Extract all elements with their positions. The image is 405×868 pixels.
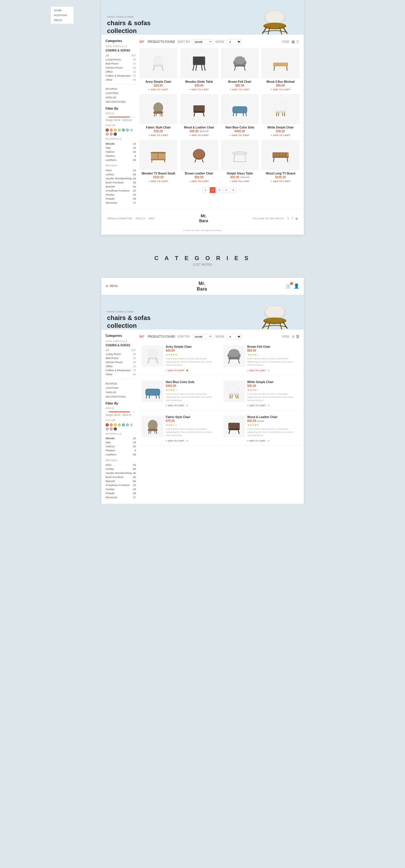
sidebar-cat-bed-room[interactable]: Bed Room32 xyxy=(105,356,136,360)
material-fabrics[interactable]: Fabrics20 xyxy=(105,150,136,154)
color-swatch-pink[interactable] xyxy=(110,427,113,431)
wishlist-icon[interactable]: ♥ xyxy=(268,368,270,373)
brand-vauder-woodworking[interactable]: Vauder Woodworking46 xyxy=(105,471,136,475)
sidebar-link-lighting[interactable]: LIGHTING xyxy=(105,91,136,95)
color-swatch-green-light[interactable] xyxy=(118,423,121,427)
color-swatch-blue-light[interactable] xyxy=(130,423,133,427)
material-plastics[interactable]: Plastics8 xyxy=(105,154,136,158)
list-add-to-cart-button[interactable]: + ADD TO CART xyxy=(166,439,184,442)
color-swatch-blue-light[interactable] xyxy=(130,128,133,132)
sidebar-link-shelve[interactable]: SHELVE xyxy=(105,390,136,394)
list-add-to-cart-button[interactable]: + ADD TO CART xyxy=(247,439,266,442)
wishlist-icon[interactable]: ♥ xyxy=(186,403,188,408)
material-italy[interactable]: Italy18 xyxy=(105,146,136,150)
material-italy[interactable]: Italy18 xyxy=(105,440,136,444)
brand-o'sullivan-furniture[interactable]: O'Sullivan Furniture32 xyxy=(105,188,136,192)
brand-o'sullivan-furniture[interactable]: O'Sullivan Furniture32 xyxy=(105,483,136,487)
wishlist-icon[interactable]: ♥ xyxy=(186,439,188,443)
brand-winsome[interactable]: Winsome17 xyxy=(105,200,136,205)
brand-bush-furniture[interactable]: Bush Furniture46 xyxy=(105,180,136,184)
color-swatch-green-light[interactable] xyxy=(118,128,121,132)
add-to-cart-button[interactable]: + ADD TO CART xyxy=(230,134,250,136)
color-swatch-yellow[interactable] xyxy=(114,128,117,132)
sidebar-cat-kitchen-room[interactable]: Kitchen Room30 xyxy=(105,360,136,364)
sidebar-link-shelve[interactable]: SHELVE xyxy=(105,95,136,99)
user-icon[interactable]: 👤 xyxy=(293,283,300,289)
show-select-2[interactable]: 4 8 12 xyxy=(226,334,242,339)
sidebar-link-decorations[interactable]: DECORATIONS xyxy=(105,394,136,399)
sidebar-cat-coffee-&-restaurant[interactable]: Coffee & Restaurant72 xyxy=(105,73,136,78)
sidebar-cat-office[interactable]: Office12 xyxy=(105,69,136,73)
sidebar-link-decorations[interactable]: DECORATIONS xyxy=(105,99,136,104)
list-view-icon-2[interactable]: ☰ xyxy=(296,335,300,339)
sidebar-link-lighting[interactable]: LIGHTING xyxy=(105,386,136,390)
show-select[interactable]: 4 8 12 xyxy=(226,39,242,44)
cat-all[interactable]: All 507 xyxy=(105,53,136,57)
add-to-cart-button[interactable]: + ADD TO CART xyxy=(189,134,209,136)
sort-name-option[interactable]: NAME xyxy=(51,8,73,13)
wishlist-icon[interactable]: ♥ xyxy=(186,368,188,373)
color-swatch-gray[interactable] xyxy=(105,427,109,431)
menu-button[interactable]: ☰ MENU xyxy=(105,284,118,288)
color-swatch-teal[interactable] xyxy=(122,128,125,132)
cart-icon-wrapper[interactable]: 🛒 3 xyxy=(285,283,291,289)
add-to-cart-button[interactable]: + ADD TO CART xyxy=(271,134,290,136)
sidebar-link-boards[interactable]: BOARDS xyxy=(105,87,136,91)
sort-select-2[interactable]: NAME POSITION PRICE xyxy=(193,334,213,339)
sidebar-cat-bed-room[interactable]: Bed Room32 xyxy=(105,61,136,65)
color-swatch-gray[interactable] xyxy=(105,132,109,136)
brand-vauder-woodworking[interactable]: Vauder Woodworking46 xyxy=(105,176,136,180)
site-logo[interactable]: Mr.Bara xyxy=(197,281,207,292)
add-to-cart-button[interactable]: + ADD TO CART xyxy=(189,88,209,91)
brand-hooker[interactable]: Hooker43 xyxy=(105,192,136,196)
grid-view-icon[interactable]: ⊞ xyxy=(291,40,295,44)
footer-terms[interactable]: TERM & CONDITION xyxy=(107,217,132,220)
color-swatch-orange-light[interactable] xyxy=(110,423,113,427)
brand-ikea[interactable]: IKEA54 xyxy=(105,168,136,172)
color-swatch-pink[interactable] xyxy=(110,132,113,136)
color-swatch-teal[interactable] xyxy=(122,423,125,427)
add-to-cart-button[interactable]: + ADD TO CART xyxy=(271,180,290,183)
page-2-btn[interactable]: 2 xyxy=(210,187,216,193)
brand-ashley[interactable]: Ashley68 xyxy=(105,172,136,176)
brand-pulaski[interactable]: Pulaski39 xyxy=(105,491,136,495)
twitter-icon[interactable]: 𝕏 xyxy=(287,216,289,220)
sort-position-option[interactable]: POSITION xyxy=(51,13,73,18)
sort-price-option[interactable]: PRICE xyxy=(51,18,73,23)
brand-ashley[interactable]: Ashley68 xyxy=(105,467,136,471)
page-5-btn[interactable]: 5 xyxy=(230,187,236,193)
wishlist-icon[interactable]: ♥ xyxy=(268,403,270,408)
material-leathers[interactable]: Leathers68 xyxy=(105,453,136,457)
brand-hooker[interactable]: Hooker43 xyxy=(105,487,136,491)
add-to-cart-button[interactable]: + ADD TO CART xyxy=(148,180,168,183)
color-swatch-dark[interactable] xyxy=(114,132,117,136)
sidebar-cat-other[interactable]: Other95 xyxy=(105,78,136,82)
sidebar-cat-living-room[interactable]: Living Room66 xyxy=(105,352,136,356)
material-woods[interactable]: Woods24 xyxy=(105,436,136,440)
list-add-to-cart-button[interactable]: + ADD TO CART xyxy=(247,404,266,407)
list-view-icon[interactable]: ☰ xyxy=(296,40,300,44)
material-leathers[interactable]: Leathers68 xyxy=(105,158,136,162)
footer-map[interactable]: MAP xyxy=(149,217,154,220)
add-to-cart-button[interactable]: + ADD TO CART xyxy=(189,180,209,183)
sidebar-cat-office[interactable]: Office12 xyxy=(105,364,136,368)
sidebar-cat-other[interactable]: Other95 xyxy=(105,372,136,376)
add-to-cart-button[interactable]: + ADD TO CART xyxy=(271,88,290,91)
brand-bassett[interactable]: Bassett60 xyxy=(105,184,136,188)
color-swatch-blue[interactable] xyxy=(126,423,129,427)
material-woods[interactable]: Woods24 xyxy=(105,142,136,146)
sidebar-cat-coffee-&-restaurant[interactable]: Coffee & Restaurant72 xyxy=(105,368,136,372)
price-range-bar[interactable] xyxy=(105,117,136,118)
list-add-to-cart-button[interactable]: + ADD TO CART xyxy=(166,404,184,407)
add-to-cart-button[interactable]: + ADD TO CART xyxy=(148,134,168,136)
list-add-to-cart-button[interactable]: + ADD TO CART xyxy=(247,369,266,372)
material-plastics[interactable]: Plastics8 xyxy=(105,448,136,453)
price-range-bar-2[interactable] xyxy=(105,411,136,412)
add-to-cart-button[interactable]: + ADD TO CART xyxy=(230,180,250,183)
color-swatch-yellow[interactable] xyxy=(114,423,117,427)
color-swatch-orange[interactable] xyxy=(105,423,109,427)
brand-ikea[interactable]: IKEA54 xyxy=(105,463,136,467)
brand-pulaski[interactable]: Pulaski39 xyxy=(105,196,136,200)
sidebar-link-boards[interactable]: BOARDS xyxy=(105,381,136,386)
sidebar-cat-kitchen-room[interactable]: Kitchen Room30 xyxy=(105,65,136,69)
